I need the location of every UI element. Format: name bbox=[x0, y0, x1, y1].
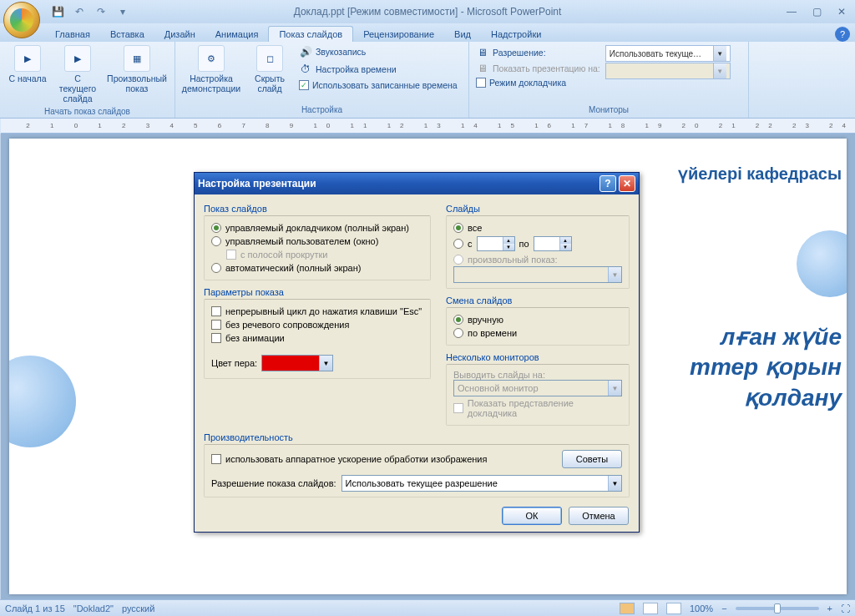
slide-resolution-combo[interactable]: Использовать текущее разрешение▼ bbox=[341, 475, 622, 492]
radio-custom-show: произвольный показ: bbox=[453, 253, 622, 266]
show-slides-label: Слайды bbox=[446, 202, 630, 215]
hide-slide-icon: ◻ bbox=[256, 45, 283, 72]
radio-kiosk[interactable]: автоматический (полный экран) bbox=[211, 261, 423, 275]
radio-presented-speaker[interactable]: управляемый докладчиком (полный экран) bbox=[211, 221, 423, 235]
rehearse-timings-button[interactable]: ⏱Настройка времени bbox=[296, 61, 461, 78]
check-scrollbar: с полосой прокрутки bbox=[211, 248, 423, 261]
tab-review[interactable]: Рецензирование bbox=[353, 27, 444, 42]
custom-show-button[interactable]: ▦Произвольный показ bbox=[104, 43, 170, 95]
radio-selected-icon bbox=[211, 223, 221, 233]
tab-design[interactable]: Дизайн bbox=[154, 27, 205, 42]
group-title-monitors: Мониторы bbox=[473, 104, 745, 116]
cancel-button[interactable]: Отмена bbox=[569, 507, 629, 525]
radio-selected-icon-3 bbox=[453, 315, 463, 325]
quick-access-toolbar: 💾 ↶ ↷ ▾ bbox=[48, 3, 132, 21]
radio-browsed-individual[interactable]: управляемый пользователем (окно) bbox=[211, 235, 423, 248]
sorter-view-button[interactable] bbox=[643, 603, 658, 614]
chevron-down-icon-2: ▼ bbox=[713, 63, 726, 78]
dialog-close-button[interactable]: ✕ bbox=[619, 175, 635, 192]
performance-label: Производительность bbox=[204, 431, 630, 444]
chevron-down-icon-5: ▼ bbox=[608, 381, 621, 396]
close-button[interactable]: ✕ bbox=[832, 4, 852, 19]
check-no-animation[interactable]: без анимации bbox=[211, 331, 423, 345]
save-icon[interactable]: 💾 bbox=[48, 3, 67, 21]
check-presenter-view: Показать представление докладчика bbox=[453, 396, 622, 420]
radio-from-to[interactable]: с ▲▼ по ▲▼ bbox=[453, 235, 622, 253]
dialog-title: Настройка презентации bbox=[198, 178, 316, 189]
tab-insert[interactable]: Вставка bbox=[100, 27, 154, 42]
tab-slideshow[interactable]: Показ слайдов bbox=[268, 26, 353, 42]
redo-icon[interactable]: ↷ bbox=[92, 3, 110, 21]
undo-icon[interactable]: ↶ bbox=[70, 3, 89, 21]
chevron-down-icon-3: ▼ bbox=[319, 356, 332, 371]
show-on-combo: ▼ bbox=[605, 63, 731, 79]
use-timings-check[interactable]: ✓Использовать записанные времена bbox=[296, 78, 461, 92]
check-hw-accel[interactable]: использовать аппаратное ускорение обрабо… bbox=[211, 452, 562, 466]
from-beginning-button[interactable]: ▶С начала bbox=[3, 43, 52, 85]
pen-color-combo[interactable]: ▼ bbox=[261, 355, 333, 371]
radio-icon-2 bbox=[211, 263, 221, 273]
radio-manually[interactable]: вручную bbox=[453, 313, 622, 326]
monitor-icon-2: 🖥 bbox=[476, 62, 489, 75]
radio-icon-4 bbox=[453, 255, 463, 265]
radio-using-timings[interactable]: по времени bbox=[453, 326, 622, 340]
tab-animation[interactable]: Анимация bbox=[205, 27, 269, 42]
checkbox-icon-2 bbox=[211, 306, 221, 316]
checkbox-icon-4 bbox=[211, 333, 221, 343]
resolution-combo[interactable]: Использовать текуще…▼ bbox=[605, 45, 731, 62]
play-from-current-icon: ▶ bbox=[64, 45, 91, 72]
radio-icon-3 bbox=[453, 239, 463, 249]
checkbox-icon-5 bbox=[453, 403, 463, 413]
language-indicator[interactable]: русский bbox=[122, 603, 154, 613]
radio-icon-5 bbox=[453, 328, 463, 338]
chevron-down-icon-6: ▼ bbox=[608, 476, 621, 491]
ribbon: ▶С начала ▶С текущего слайда ▦Произвольн… bbox=[0, 42, 855, 119]
setup-slideshow-button[interactable]: ⚙Настройка демонстрации bbox=[179, 43, 244, 95]
unchecked-icon[interactable] bbox=[476, 78, 486, 88]
radio-selected-icon-2 bbox=[453, 223, 463, 233]
record-audio-button[interactable]: 🔊Звукозапись bbox=[296, 43, 461, 60]
show-on-label: Показать презентацию на: bbox=[493, 63, 600, 73]
from-current-button[interactable]: ▶С текущего слайда bbox=[53, 43, 102, 105]
decorative-circle bbox=[9, 356, 76, 447]
zoom-thumb[interactable] bbox=[774, 603, 781, 613]
zoom-in-button[interactable]: + bbox=[827, 603, 832, 613]
zoom-slider[interactable] bbox=[736, 607, 819, 610]
qat-customize-icon[interactable]: ▾ bbox=[114, 3, 132, 21]
ok-button[interactable]: ОК bbox=[502, 507, 562, 525]
check-loop[interactable]: непрерывный цикл до нажатия клавиши "Esc… bbox=[211, 305, 423, 318]
radio-all-slides[interactable]: все bbox=[453, 221, 622, 235]
slideshow-view-button[interactable] bbox=[666, 603, 681, 614]
slide-body-text: лған жүйе ттер қорын қолдану bbox=[690, 322, 842, 413]
checkbox-icon-3 bbox=[211, 320, 221, 330]
setup-show-dialog: Настройка презентации ? ✕ Показ слайдов … bbox=[194, 172, 640, 533]
tips-button[interactable]: Советы bbox=[562, 450, 622, 468]
tab-addins[interactable]: Надстройки bbox=[481, 27, 551, 42]
check-no-narration[interactable]: без речевого сопровождения bbox=[211, 318, 423, 331]
hide-slide-button[interactable]: ◻Скрыть слайд bbox=[245, 43, 294, 95]
tab-home[interactable]: Главная bbox=[45, 27, 100, 42]
from-spinner[interactable]: ▲▼ bbox=[477, 236, 515, 251]
to-spinner[interactable]: ▲▼ bbox=[534, 236, 572, 251]
dialog-help-button[interactable]: ? bbox=[600, 175, 616, 192]
display-on-label: Выводить слайды на: bbox=[453, 370, 622, 380]
zoom-value[interactable]: 100% bbox=[690, 603, 713, 613]
horizontal-ruler: 2 1 0 1 2 3 4 5 6 7 8 9 10 11 12 13 14 1… bbox=[1, 119, 855, 134]
display-combo: Основной монитор▼ bbox=[453, 380, 622, 396]
custom-show-icon: ▦ bbox=[124, 45, 150, 72]
status-bar: Слайд 1 из 15 "Doklad2" русский 100% − +… bbox=[0, 599, 855, 616]
minimize-button[interactable]: — bbox=[782, 4, 802, 19]
presenter-view-label: Режим докладчика bbox=[489, 78, 566, 88]
zoom-out-button[interactable]: − bbox=[721, 603, 726, 613]
slide-heading: үйелері кафедрасы bbox=[678, 164, 842, 184]
fit-to-window-button[interactable]: ⛶ bbox=[841, 603, 850, 613]
group-title-start: Начать показ слайдов bbox=[3, 105, 171, 118]
checked-icon: ✓ bbox=[299, 80, 309, 90]
dialog-title-bar[interactable]: Настройка презентации ? ✕ bbox=[195, 173, 639, 194]
window-title: Доклад.ppt [Режим совместимости] - Micro… bbox=[294, 6, 562, 18]
office-button[interactable] bbox=[3, 2, 40, 38]
maximize-button[interactable]: ▢ bbox=[807, 4, 827, 19]
normal-view-button[interactable] bbox=[620, 603, 635, 614]
help-icon[interactable]: ? bbox=[835, 27, 850, 42]
tab-view[interactable]: Вид bbox=[444, 27, 481, 42]
